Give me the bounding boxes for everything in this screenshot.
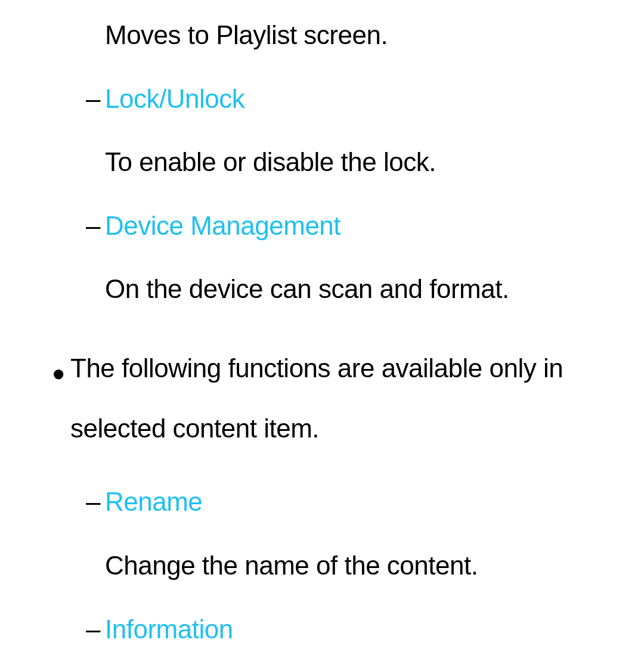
term-row-rename: – Rename xyxy=(24,487,620,517)
dash-icon: – xyxy=(81,84,105,114)
dash-icon: – xyxy=(81,614,105,645)
desc-line: On the device can scan and format. xyxy=(24,274,620,305)
desc-text: To enable or disable the lock. xyxy=(105,147,620,178)
desc-text: On the device can scan and format. xyxy=(105,274,620,305)
desc-line: Moves to Playlist screen. xyxy=(24,20,620,51)
term-rename: Rename xyxy=(105,487,620,517)
desc-line: Change the name of the content. xyxy=(24,551,620,581)
term-row-lock-unlock: – Lock/Unlock xyxy=(24,84,620,114)
desc-text: Change the name of the content. xyxy=(105,551,620,581)
bullet-text: The following functions are available on… xyxy=(70,338,620,458)
bullet-icon: ● xyxy=(47,338,70,398)
term-device-management: Device Management xyxy=(105,211,620,241)
desc-text: Moves to Playlist screen. xyxy=(105,20,620,51)
dash-icon: – xyxy=(81,211,105,241)
bullet-row-functions: ● The following functions are available … xyxy=(24,338,620,458)
term-row-information: – Information xyxy=(24,614,620,645)
term-lock-unlock: Lock/Unlock xyxy=(105,84,620,114)
document-page: Moves to Playlist screen. – Lock/Unlock … xyxy=(0,0,644,658)
dash-icon: – xyxy=(81,487,105,517)
desc-line: To enable or disable the lock. xyxy=(24,147,620,178)
term-row-device-management: – Device Management xyxy=(24,211,620,241)
term-information: Information xyxy=(105,614,620,645)
